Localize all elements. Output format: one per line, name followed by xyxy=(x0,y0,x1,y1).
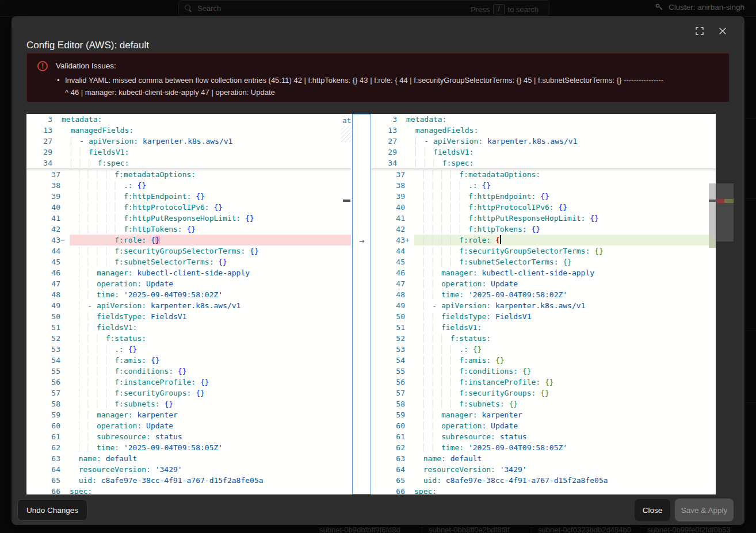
line-number: 65 xyxy=(26,475,70,486)
ruler-inserted-mark xyxy=(724,199,734,203)
code-line[interactable]: 63 name: default xyxy=(371,453,716,464)
scrollbar-slider[interactable] xyxy=(709,183,716,241)
code-line[interactable]: 51 fieldsV1: xyxy=(26,322,351,333)
line-number: 53 xyxy=(26,344,70,355)
validation-line-2: ^ 46 | manager: kubectl-client-side-appl… xyxy=(65,86,721,98)
code-line[interactable]: 53 .: {} xyxy=(26,344,351,355)
code-line[interactable]: 40 f:httpProtocolIPv6: {} xyxy=(371,202,716,213)
code-line[interactable]: 55 f:conditions: {} xyxy=(26,366,351,377)
code-line[interactable]: 46 manager: kubectl-client-side-apply xyxy=(26,267,351,278)
diff-original-pane[interactable]: 3metadata:13 managedFields:27 - apiVersi… xyxy=(26,114,351,494)
code-line[interactable]: 60 operation: Update xyxy=(26,420,351,431)
code-line[interactable]: 45 f:subnetSelectorTerms: {} xyxy=(371,256,716,267)
code-text: f:role: { xyxy=(414,235,716,246)
code-line[interactable]: 47 operation: Update xyxy=(371,278,716,289)
code-text: operation: Update xyxy=(70,420,351,431)
code-line[interactable]: 39 f:httpEndpoint: {} xyxy=(371,191,716,202)
code-line[interactable]: 56 f:instanceProfile: {} xyxy=(26,377,351,388)
code-line[interactable]: 62 time: '2025-09-04T09:58:05Z' xyxy=(371,442,716,453)
code-line[interactable]: 37 f:metadataOptions: xyxy=(26,169,351,180)
code-line[interactable]: 56 f:instanceProfile: {} xyxy=(371,377,716,388)
close-button[interactable]: Close xyxy=(635,499,670,521)
code-line[interactable]: 42 f:httpTokens: {} xyxy=(26,224,351,235)
code-line[interactable]: 53 .: {} xyxy=(371,344,716,355)
code-line[interactable]: 61 subresource: status xyxy=(26,431,351,442)
code-line[interactable]: 60 operation: Update xyxy=(371,420,716,431)
code-line[interactable]: 41 f:httpPutResponseHopLimit: {} xyxy=(26,213,351,224)
code-line[interactable]: 46 manager: kubectl-client-side-apply xyxy=(371,267,716,278)
code-line[interactable]: 64 resourceVersion: '3429' xyxy=(371,464,716,475)
code-line[interactable]: 57 f:securityGroups: {} xyxy=(26,388,351,398)
sticky-scroll-header[interactable]: 3metadata:13 managedFields:27 - apiVersi… xyxy=(26,114,351,169)
code-text: fieldsV1: xyxy=(62,147,351,158)
code-line[interactable]: 44 f:securityGroupSelectorTerms: {} xyxy=(26,246,351,256)
save-apply-button[interactable]: Save & Apply xyxy=(675,499,734,522)
code-line[interactable]: 50 fieldsType: FieldsV1 xyxy=(26,311,351,322)
code-line[interactable]: 34 f:spec: xyxy=(26,158,351,168)
diff-modified-pane[interactable]: 3metadata:13 managedFields:27 - apiVersi… xyxy=(371,114,716,494)
code-line[interactable]: 54 f:amis: {} xyxy=(371,355,716,366)
code-text: - apiVersion: karpenter.k8s.aws/v1 xyxy=(70,300,351,311)
code-line[interactable]: 45 f:subnetSelectorTerms: {} xyxy=(26,256,351,267)
code-line[interactable]: 49 - apiVersion: karpenter.k8s.aws/v1 xyxy=(26,300,351,311)
code-text: .: {} xyxy=(70,344,351,355)
code-line[interactable]: 39 f:httpEndpoint: {} xyxy=(26,191,351,202)
code-line[interactable]: 57 f:securityGroups: {} xyxy=(371,388,716,398)
code-line[interactable]: 48 time: '2025-09-04T09:58:02Z' xyxy=(26,289,351,300)
code-line[interactable]: 40 f:httpProtocolIPv6: {} xyxy=(26,202,351,213)
code-line[interactable]: 58 f:subnets: {} xyxy=(26,398,351,409)
code-line[interactable]: 27 - apiVersion: karpenter.k8s.aws/v1 xyxy=(371,136,716,147)
code-line[interactable]: 41 f:httpPutResponseHopLimit: {} xyxy=(371,213,716,224)
code-line[interactable]: 43− f:role: {} xyxy=(26,235,351,246)
fullscreen-button[interactable] xyxy=(690,22,709,40)
code-line[interactable]: 61 subresource: status xyxy=(371,431,716,442)
code-line[interactable]: 49 - apiVersion: karpenter.k8s.aws/v1 xyxy=(371,300,716,311)
code-line[interactable]: 43+ f:role: { xyxy=(371,235,716,246)
code-line[interactable]: 65 uid: c8afe97e-38cc-4f91-a767-d15f2a8f… xyxy=(26,475,351,486)
code-line[interactable]: 58 f:subnets: {} xyxy=(371,398,716,409)
code-line[interactable]: 37 f:metadataOptions: xyxy=(371,169,716,180)
code-line[interactable]: 13 managedFields: xyxy=(26,125,351,136)
code-line[interactable]: 38 .: {} xyxy=(26,180,351,191)
code-line[interactable]: 44 f:securityGroupSelectorTerms: {} xyxy=(371,246,716,256)
revert-change-arrow-button[interactable]: → xyxy=(353,235,371,246)
line-number: 59 xyxy=(26,409,70,420)
code-line[interactable]: 50 fieldsType: FieldsV1 xyxy=(371,311,716,322)
code-line[interactable]: 3metadata: xyxy=(26,114,351,125)
validation-message: • Invalid YAML: missed comma between flo… xyxy=(65,74,721,98)
yaml-diff-editor[interactable]: 3metadata:13 managedFields:27 - apiVersi… xyxy=(26,114,716,494)
code-line[interactable]: 29 fieldsV1: xyxy=(26,147,351,158)
code-line[interactable]: 63 name: default xyxy=(26,453,351,464)
code-line[interactable]: 47 operation: Update xyxy=(26,278,351,289)
close-dialog-button[interactable] xyxy=(713,22,732,40)
code-line[interactable]: 38 .: {} xyxy=(371,180,716,191)
code-line[interactable]: 54 f:amis: {} xyxy=(26,355,351,366)
code-line[interactable]: 55 f:conditions: {} xyxy=(371,366,716,377)
code-text: f:role: {} xyxy=(70,235,351,246)
code-text: operation: Update xyxy=(414,278,716,289)
code-line[interactable]: 64 resourceVersion: '3429' xyxy=(26,464,351,475)
code-line[interactable]: 3metadata: xyxy=(371,114,716,125)
code-line[interactable]: 62 time: '2025-09-04T09:58:05Z' xyxy=(26,442,351,453)
code-content[interactable]: 37 f:metadataOptions:38 .: {}39 f:httpEn… xyxy=(371,169,716,494)
code-line[interactable]: 52 f:status: xyxy=(26,333,351,344)
code-line[interactable]: 29 fieldsV1: xyxy=(371,147,716,158)
code-line[interactable]: 51 fieldsV1: xyxy=(371,322,716,333)
code-content[interactable]: 37 f:metadataOptions:38 .: {}39 f:httpEn… xyxy=(26,169,351,494)
code-line[interactable]: 42 f:httpTokens: {} xyxy=(371,224,716,235)
code-line[interactable]: 59 manager: karpenter xyxy=(26,409,351,420)
undo-changes-button[interactable]: Undo Changes xyxy=(17,499,87,521)
code-line[interactable]: 52 f:status: xyxy=(371,333,716,344)
code-line[interactable]: 13 managedFields: xyxy=(371,125,716,136)
sticky-scroll-header[interactable]: 3metadata:13 managedFields:27 - apiVersi… xyxy=(371,114,716,169)
code-line[interactable]: 27 - apiVersion: karpenter.k8s.aws/v1 xyxy=(26,136,351,147)
code-line[interactable]: 48 time: '2025-09-04T09:58:02Z' xyxy=(371,289,716,300)
code-text: metadata: xyxy=(62,114,351,125)
code-line[interactable]: 34 f:spec: xyxy=(371,158,716,168)
code-line[interactable]: 59 manager: karpenter xyxy=(371,409,716,420)
code-line[interactable]: 65 uid: c8afe97e-38cc-4f91-a767-d15f2a8f… xyxy=(371,475,716,486)
code-line[interactable]: 66spec: xyxy=(26,486,351,494)
line-number: 58 xyxy=(26,398,70,409)
validation-line-1: Invalid YAML: missed comma between flow … xyxy=(65,74,721,86)
code-line[interactable]: 66spec: xyxy=(371,486,716,494)
